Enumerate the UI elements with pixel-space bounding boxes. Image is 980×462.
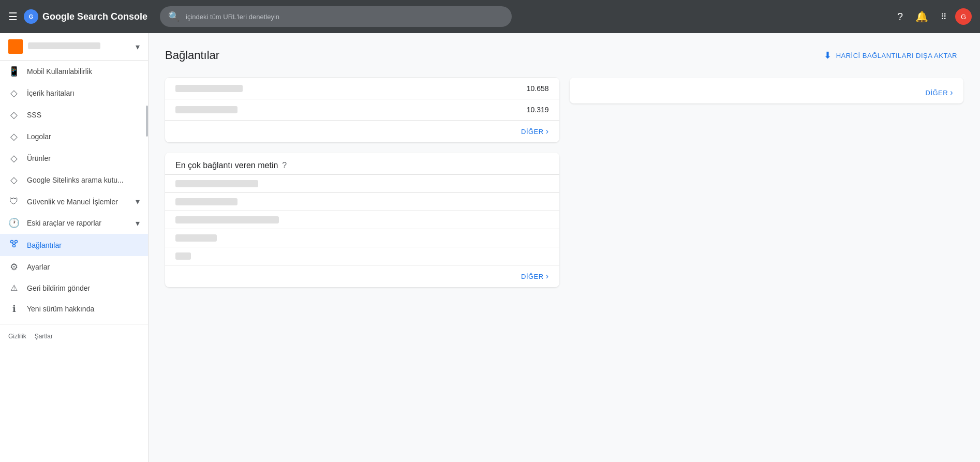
products-icon: ◇	[8, 153, 20, 164]
row-value: 10.319	[527, 106, 549, 114]
search-bar[interactable]: 🔍	[160, 6, 512, 27]
anchor-text-card: En çok bağlantı veren metin ?	[165, 153, 559, 287]
scroll-indicator	[146, 106, 148, 137]
sidebar: ▾ 📱 Mobil Kullanılabilirlik ◇ İçerik har…	[0, 33, 149, 462]
top-nav-actions: ? 🔔 ⠿ G	[893, 6, 972, 27]
links-icon	[8, 239, 20, 251]
bottom-right-spacer	[570, 153, 964, 287]
cards-row: 10.658 10.319 DİĞER ›	[165, 78, 963, 142]
card-header: En çok bağlantı veren metin ?	[165, 153, 559, 174]
help-icon[interactable]: ?	[282, 161, 287, 170]
faq-icon: ◇	[8, 109, 20, 121]
search-icon: 🔍	[168, 11, 180, 22]
sidebar-item-logolar[interactable]: ◇ Logolar	[0, 126, 148, 147]
app-layout: ▾ 📱 Mobil Kullanılabilirlik ◇ İçerik har…	[0, 33, 980, 462]
top-navigation: ☰ G Google Search Console 🔍 ? 🔔 ⠿ G	[0, 0, 980, 33]
sidebar-item-label: Yeni sürüm hakkında	[27, 305, 94, 313]
more-link[interactable]: DİĞER ›	[521, 127, 549, 136]
more-link[interactable]: DİĞER ›	[521, 272, 549, 281]
feedback-icon: ⚠	[8, 283, 20, 293]
logo-icon: ◇	[8, 131, 20, 142]
sidebar-item-urunler[interactable]: ◇ Ürünler	[0, 147, 148, 169]
top-links-card: 10.658 10.319 DİĞER ›	[165, 78, 559, 142]
sidebar-item-sitelinks[interactable]: ◇ Google Sitelinks arama kutu...	[0, 169, 148, 191]
sidebar-item-baglantılar[interactable]: Bağlantılar	[0, 234, 148, 256]
chevron-down-icon: ▾	[136, 197, 140, 206]
sidebar-item-geri-bildirim[interactable]: ⚠ Geri bildirim gönder	[0, 278, 148, 298]
sitemap-icon: ◇	[8, 87, 20, 99]
search-input[interactable]	[186, 13, 503, 21]
sidebar-item-mobil[interactable]: 📱 Mobil Kullanılabilirlik	[0, 61, 148, 82]
svg-point-3	[15, 241, 18, 243]
sidebar-item-label: İçerik haritaları	[27, 89, 75, 97]
logo: G Google Search Console	[24, 9, 147, 24]
table-row	[165, 211, 559, 229]
settings-icon: ⚙	[8, 261, 20, 273]
table-row	[165, 247, 559, 265]
table-row: 10.658	[165, 78, 559, 99]
export-button[interactable]: ⬇ HARİCİ BAĞLANTILARI DIŞA AKTAR	[818, 46, 963, 65]
sidebar-collapsible-label: Güvenlik ve Manuel İşlemler	[27, 198, 118, 206]
apps-grid-icon[interactable]: ⠿	[937, 8, 951, 26]
page-header: Bağlantılar ⬇ HARİCİ BAĞLANTILARI DIŞA A…	[165, 46, 963, 65]
row-label	[175, 106, 237, 113]
chevron-right-icon: ›	[546, 272, 549, 281]
help-icon[interactable]: ?	[893, 7, 907, 27]
security-icon: 🛡	[8, 196, 20, 207]
property-name	[28, 42, 130, 51]
sidebar-section-guvenlik[interactable]: 🛡 Güvenlik ve Manuel İşlemler ▾	[0, 191, 148, 212]
sidebar-footer: Gizlilik Şartlar	[0, 324, 148, 348]
google-logo-icon: G	[24, 9, 38, 24]
card-footer: DİĞER ›	[165, 120, 559, 142]
export-label: HARİCİ BAĞLANTILARI DIŞA AKTAR	[836, 52, 957, 59]
sidebar-item-ayarlar[interactable]: ⚙ Ayarlar	[0, 256, 148, 278]
svg-line-6	[14, 243, 16, 245]
sitelinks-icon: ◇	[8, 174, 20, 186]
row-label	[175, 85, 243, 92]
sidebar-item-label: Google Sitelinks arama kutu...	[27, 176, 124, 184]
table-row	[165, 229, 559, 247]
table-row	[165, 174, 559, 192]
privacy-link[interactable]: Gizlilik	[8, 333, 26, 340]
sidebar-item-label: Geri bildirim gönder	[27, 284, 90, 292]
chevron-down-icon: ▾	[136, 218, 140, 228]
sidebar-item-yeni-surum[interactable]: ℹ Yeni sürüm hakkında	[0, 298, 148, 320]
menu-icon[interactable]: ☰	[8, 10, 18, 23]
info-icon: ℹ	[8, 303, 20, 315]
sidebar-active-label: Bağlantılar	[27, 241, 62, 249]
row-value: 10.658	[527, 84, 549, 93]
chevron-right-icon: ›	[546, 127, 549, 136]
notification-icon[interactable]: 🔔	[911, 6, 932, 27]
legacy-icon: 🕐	[8, 217, 20, 229]
bottom-cards-row: En çok bağlantı veren metin ?	[165, 153, 963, 287]
sidebar-item-label: Ürünler	[27, 154, 51, 162]
svg-text:G: G	[29, 13, 34, 20]
svg-point-4	[13, 245, 16, 247]
sidebar-item-icerik[interactable]: ◇ İçerik haritaları	[0, 82, 148, 104]
sidebar-section-eski[interactable]: 🕐 Eski araçlar ve raporlar ▾	[0, 212, 148, 234]
mobile-icon: 📱	[8, 66, 20, 77]
card-title: En çok bağlantı veren metin ?	[175, 161, 549, 170]
sidebar-collapsible-label: Eski araçlar ve raporlar	[27, 219, 101, 227]
sidebar-item-sss[interactable]: ◇ SSS	[0, 104, 148, 126]
svg-line-5	[12, 243, 14, 245]
chevron-right-icon: ›	[950, 88, 953, 97]
terms-link[interactable]: Şartlar	[35, 333, 53, 340]
page-title: Bağlantılar	[165, 49, 219, 62]
main-content: Bağlantılar ⬇ HARİCİ BAĞLANTILARI DIŞA A…	[149, 33, 980, 462]
right-partial-card: DİĞER ›	[570, 78, 964, 103]
app-title: Google Search Console	[42, 11, 147, 22]
download-icon: ⬇	[824, 50, 832, 61]
card-footer: DİĞER ›	[570, 78, 964, 103]
chevron-down-icon: ▾	[136, 42, 140, 52]
sidebar-item-label: Ayarlar	[27, 263, 50, 271]
property-selector[interactable]: ▾	[0, 33, 148, 61]
table-row	[165, 192, 559, 211]
property-icon	[8, 39, 23, 54]
right-more-link[interactable]: DİĞER ›	[926, 88, 954, 97]
avatar[interactable]: G	[955, 8, 972, 25]
sidebar-item-label: SSS	[27, 111, 41, 119]
sidebar-item-label: Mobil Kullanılabilirlik	[27, 67, 92, 76]
table-row: 10.319	[165, 99, 559, 120]
card-footer: DİĞER ›	[165, 265, 559, 287]
